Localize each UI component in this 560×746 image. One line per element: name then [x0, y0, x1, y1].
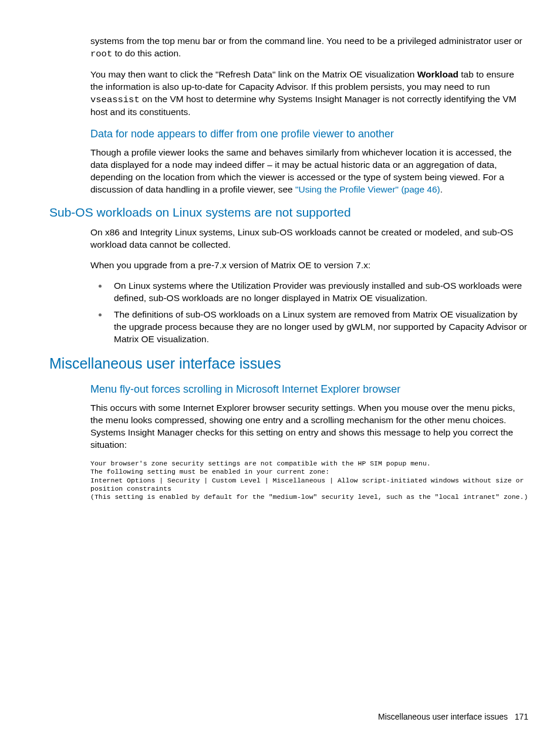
heading-menu-flyout: Menu fly-out forces scrolling in Microso… — [90, 382, 528, 396]
footer-page-number: 171 — [515, 712, 528, 721]
link-using-profile-viewer[interactable]: "Using the Profile Viewer" (page 46) — [295, 184, 440, 194]
heading-data-node-differs: Data for node appears to differ from one… — [90, 127, 528, 141]
code-root: root — [90, 49, 112, 59]
text: on the VM host to determine why Systems … — [90, 94, 517, 117]
list-item: On Linux systems where the Utilization P… — [108, 280, 528, 305]
list-upgrade-effects: On Linux systems where the Utilization P… — [108, 280, 528, 346]
list-item: The definitions of sub-OS workloads on a… — [108, 309, 528, 346]
footer-section-title: Miscellaneous user interface issues — [378, 712, 508, 721]
paragraph-intro-continued: systems from the top menu bar or from th… — [90, 35, 528, 60]
page-footer: Miscellaneous user interface issues 171 — [378, 711, 528, 723]
paragraph-ie-browser: This occurs with some Internet Explorer … — [90, 402, 528, 451]
bold-workload: Workload — [417, 69, 458, 79]
paragraph-refresh-data: You may then want to click the "Refresh … — [90, 69, 528, 119]
paragraph-upgrade: When you upgrade from a pre-7.x version … — [90, 259, 528, 272]
code-vseassist: vseassist — [90, 94, 140, 105]
code-block-browser-settings: Your browser's zone security settings ar… — [90, 460, 528, 502]
text: You may then want to click the "Refresh … — [90, 69, 417, 79]
heading-sub-os-workloads: Sub-OS workloads on Linux systems are no… — [49, 204, 528, 221]
text: systems from the top menu bar or from th… — [90, 36, 522, 46]
text: to do this action. — [112, 48, 181, 58]
paragraph-profile-viewer: Though a profile viewer looks the same a… — [90, 147, 528, 196]
heading-misc-ui-issues: Miscellaneous user interface issues — [49, 354, 528, 374]
paragraph-x86-integrity: On x86 and Integrity Linux systems, Linu… — [90, 227, 528, 251]
text: . — [440, 184, 443, 194]
